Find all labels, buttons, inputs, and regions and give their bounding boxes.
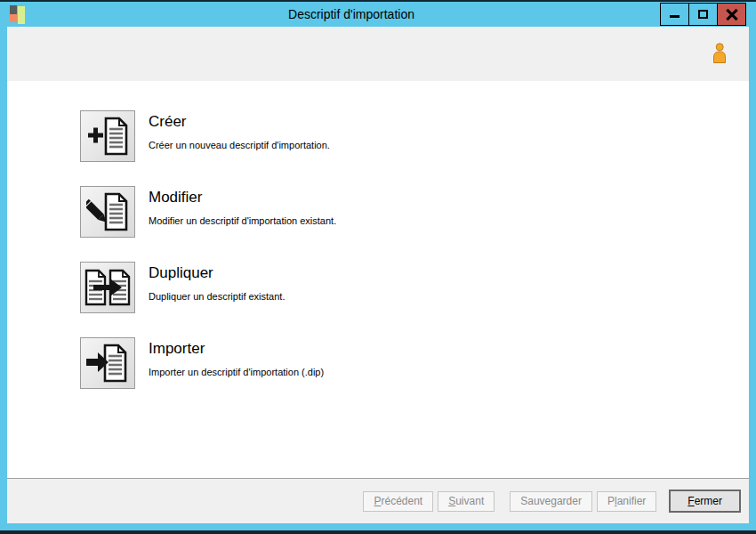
minimize-button[interactable] (660, 3, 689, 26)
action-title: Créer (149, 113, 330, 131)
minimize-icon (670, 15, 680, 18)
import-descriptor-window: Descriptif d'importation (0, 0, 756, 534)
import-arrow-document-icon[interactable] (80, 337, 135, 389)
action-description: Modifier un descriptif d'importation exi… (149, 215, 336, 226)
window-bottom-edge (0, 530, 756, 534)
plus-document-icon[interactable] (80, 110, 135, 162)
action-description: Importer un descriptif d'importation (.d… (149, 367, 324, 377)
action-description: Dupliquer un descriptif existant. (149, 291, 285, 302)
titlebar[interactable]: Descriptif d'importation (0, 2, 756, 27)
pencil-document-icon[interactable] (80, 186, 135, 238)
suivant-button[interactable]: Suivant (438, 491, 495, 512)
action-title: Modifier (149, 189, 336, 206)
action-item-importer: Importer Importer un descriptif d'import… (80, 337, 731, 389)
close-icon (726, 8, 738, 20)
action-item-creer: Créer Créer un nouveau descriptif d'impo… (80, 110, 731, 162)
maximize-icon (698, 10, 708, 19)
action-item-modifier: Modifier Modifier un descriptif d'import… (80, 186, 731, 238)
action-description: Créer un nouveau descriptif d'importatio… (149, 140, 330, 150)
fermer-button[interactable]: Fermer (669, 490, 741, 513)
maximize-button[interactable] (688, 3, 718, 26)
window-title: Descriptif d'importation (53, 2, 649, 27)
action-title: Dupliquer (149, 264, 285, 282)
precedent-button[interactable]: Précédent (363, 491, 433, 512)
duplicate-document-icon[interactable] (80, 262, 135, 313)
header-band (7, 27, 749, 81)
actions-list: Créer Créer un nouveau descriptif d'impo… (7, 81, 749, 478)
dialog-body: Créer Créer un nouveau descriptif d'impo… (7, 27, 749, 523)
action-item-dupliquer: Dupliquer Dupliquer un descriptif exista… (80, 262, 731, 313)
sauvegarder-button[interactable]: Sauvegarder (510, 491, 592, 512)
planifier-button[interactable]: Planifier (597, 491, 656, 512)
close-button[interactable] (717, 3, 746, 26)
user-icon (712, 43, 728, 63)
footer-bar: Précédent Suivant Sauvegarder Planifier … (7, 479, 749, 523)
window-controls (661, 3, 746, 26)
action-title: Importer (149, 340, 324, 358)
app-logo-icon (10, 5, 27, 25)
